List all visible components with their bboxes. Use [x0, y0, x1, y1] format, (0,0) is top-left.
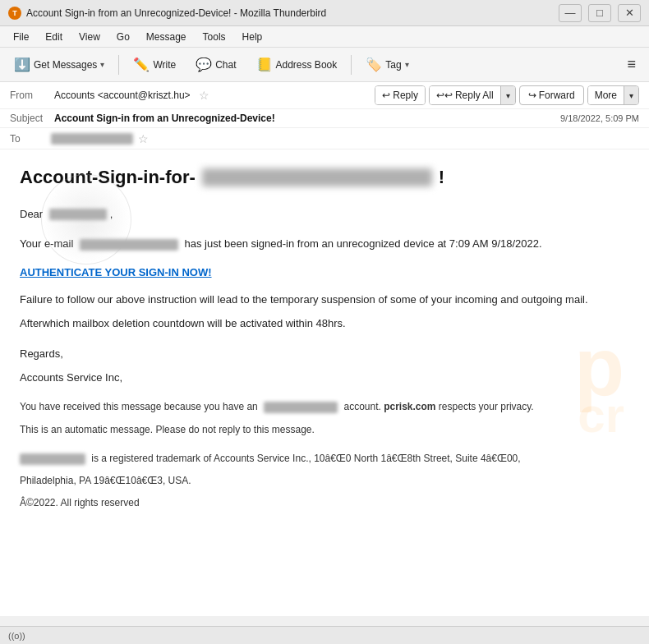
to-row: To ☆	[0, 128, 649, 150]
reply-all-button[interactable]: ↩↩ Reply All	[430, 86, 500, 104]
menu-bar: File Edit View Go Message Tools Help	[0, 26, 649, 48]
get-messages-button[interactable]: ⬇️ Get Messages ▾	[7, 53, 112, 76]
hamburger-menu-button[interactable]: ≡	[620, 53, 642, 76]
toolbar: ⬇️ Get Messages ▾ ✏️ Write 💬 Chat 📒 Addr…	[0, 48, 649, 82]
address-text: Philadelphia, PA 19â€Œ10â€Œ3, USA.	[20, 473, 629, 489]
para1-post: has just been signed-in from an unrecogn…	[185, 237, 542, 250]
maximize-button[interactable]: □	[588, 4, 611, 22]
reply-all-icon: ↩↩	[436, 90, 453, 101]
forward-label: Forward	[539, 90, 575, 101]
pcrisk-link: pcrisk.com	[384, 401, 435, 412]
reply-all-dropdown[interactable]: ▾	[500, 86, 515, 104]
address-book-icon: 📒	[256, 57, 273, 72]
reply-button[interactable]: ↩ Reply	[375, 86, 425, 104]
more-label: More	[595, 90, 617, 101]
greeting-text: Dear	[20, 208, 43, 220]
trademark-section: is a registered trademark of Accounts Se…	[20, 451, 629, 512]
email-title-suffix: !	[439, 166, 444, 190]
reply-label: Reply	[393, 90, 418, 101]
subject-value: Account Sign-in from an Unrecognized-Dev…	[54, 113, 275, 124]
menu-message[interactable]: Message	[140, 30, 193, 44]
auto-message-text: This is an automatic message. Please do …	[20, 422, 629, 438]
company-text: Accounts Service Inc,	[20, 370, 629, 387]
regards-text: Regards,	[20, 346, 629, 363]
warning-section: Failure to follow our above instruction …	[20, 292, 629, 333]
from-label: From	[10, 90, 51, 101]
tag-button[interactable]: 🏷️ Tag ▾	[358, 53, 416, 76]
email-body: p cr Account-Sign-in-for-! Dear , Your e…	[0, 150, 649, 616]
status-bar: ((o))	[0, 626, 649, 644]
regards-section: Regards, Accounts Service Inc,	[20, 346, 629, 387]
forward-icon: ↪	[528, 90, 536, 101]
write-icon: ✏️	[133, 57, 150, 72]
trademark-text: is a registered trademark of Accounts Se…	[91, 453, 520, 464]
chat-icon: 💬	[196, 57, 212, 72]
more-dropdown[interactable]: ▾	[624, 86, 638, 104]
reply-all-label: Reply All	[455, 90, 494, 101]
menu-view[interactable]: View	[72, 30, 107, 44]
to-value-blurred	[51, 133, 133, 145]
from-value: Accounts <account@kriszt.hu>	[54, 90, 191, 101]
footer-mid-2: respects your privacy.	[436, 401, 534, 412]
footer-pre: You have received this message because y…	[20, 401, 258, 412]
toolbar-separator-1	[118, 55, 119, 75]
tag-icon: 🏷️	[366, 57, 382, 72]
write-button[interactable]: ✏️ Write	[126, 53, 183, 76]
write-label: Write	[153, 59, 176, 71]
menu-go[interactable]: Go	[110, 30, 136, 44]
recipient-name-blurred	[49, 209, 107, 220]
minimize-button[interactable]: —	[559, 4, 582, 22]
copyright-text: Â©2022. All rights reserved	[20, 495, 629, 511]
reply-icon: ↩	[382, 90, 390, 101]
reply-button-group[interactable]: ↩ Reply	[375, 85, 426, 105]
subject-row: Subject Account Sign-in from an Unrecogn…	[0, 109, 649, 128]
footer-section: You have received this message because y…	[20, 399, 629, 437]
wifi-icon: ((o))	[8, 631, 25, 641]
auth-link[interactable]: AUTHENTICATE YOUR SIGN-IN NOW!	[20, 266, 629, 278]
account-blurred	[264, 402, 338, 413]
address-book-button[interactable]: 📒 Address Book	[249, 53, 345, 76]
menu-edit[interactable]: Edit	[39, 30, 69, 44]
to-label: To	[10, 133, 51, 145]
email-date: 9/18/2022, 5:09 PM	[560, 113, 639, 123]
tag-label: Tag	[385, 59, 401, 71]
menu-tools[interactable]: Tools	[196, 30, 232, 44]
chat-button[interactable]: 💬 Chat	[188, 53, 243, 76]
footer-mid-1: account.	[343, 401, 384, 412]
menu-file[interactable]: File	[7, 30, 35, 44]
address-book-label: Address Book	[276, 59, 338, 71]
trademark-name-blurred	[20, 453, 85, 465]
to-star-icon[interactable]: ☆	[138, 132, 149, 145]
tag-dropdown-icon[interactable]: ▾	[405, 60, 409, 69]
from-row: From Accounts <account@kriszt.hu> ☆ ↩ Re…	[0, 82, 649, 109]
more-button[interactable]: More	[588, 86, 624, 104]
toolbar-separator-2	[351, 55, 352, 75]
from-star-icon[interactable]: ☆	[199, 89, 209, 102]
menu-help[interactable]: Help	[236, 30, 269, 44]
reply-all-button-group[interactable]: ↩↩ Reply All ▾	[429, 85, 516, 105]
title-bar: T Account Sign-in from an Unrecognized-D…	[0, 0, 649, 26]
close-button[interactable]: ✕	[618, 4, 641, 22]
email-title-blurred	[202, 168, 432, 186]
subject-label: Subject	[10, 113, 51, 124]
email-address-blurred	[80, 239, 178, 251]
forward-button[interactable]: ↪ Forward	[519, 85, 584, 105]
get-messages-icon: ⬇️	[14, 57, 30, 72]
get-messages-dropdown-icon[interactable]: ▾	[100, 60, 104, 69]
more-button-group[interactable]: More ▾	[587, 85, 639, 105]
window-title: Account Sign-in from an Unrecognized-Dev…	[26, 7, 326, 19]
get-messages-label: Get Messages	[34, 59, 97, 71]
app-icon: T	[8, 7, 21, 20]
chat-label: Chat	[215, 59, 236, 71]
